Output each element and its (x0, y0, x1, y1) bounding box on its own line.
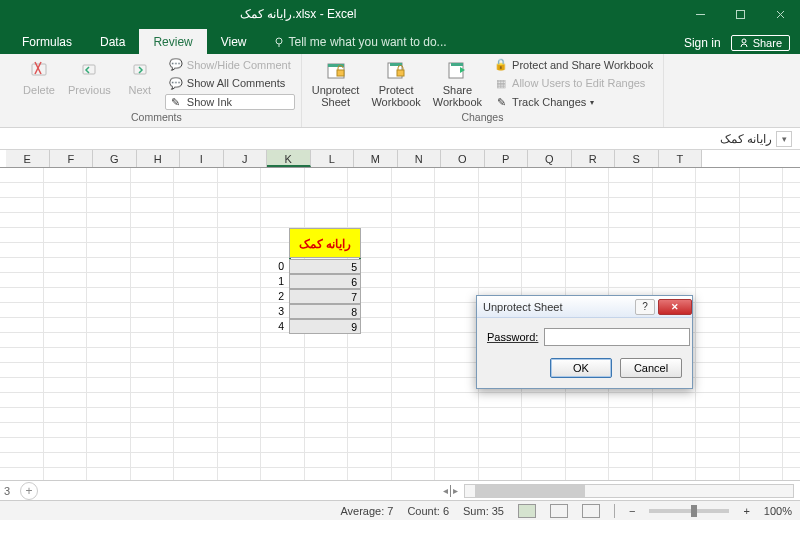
share-label: Share (753, 37, 782, 49)
sheet-nav[interactable]: ◂ ▸ (443, 485, 458, 497)
col-header[interactable]: K (267, 150, 311, 167)
tell-me-label: Tell me what you want to do... (289, 35, 447, 49)
col-header[interactable]: L (311, 150, 355, 167)
data-cell[interactable]: 8 (289, 304, 361, 319)
protect-workbook-button[interactable]: Protect Workbook (367, 56, 424, 111)
col-header[interactable]: H (137, 150, 181, 167)
password-input[interactable] (544, 328, 690, 346)
close-button[interactable] (760, 0, 800, 28)
normal-view-button[interactable] (518, 504, 536, 518)
index-cell: 3 (260, 304, 284, 318)
next-comment-button[interactable]: Next (119, 56, 161, 111)
status-bar: Average: 7 Count: 6 Sum: 35 − + 100% (0, 500, 800, 520)
sign-in-link[interactable]: Sign in (684, 36, 721, 50)
index-cell: 2 (260, 289, 284, 303)
col-header[interactable]: T (659, 150, 703, 167)
previous-icon (77, 58, 101, 82)
svg-rect-14 (337, 70, 344, 76)
worksheet-grid[interactable]: E F G H I J K L M N O P Q R S T رایانه ک… (0, 150, 800, 480)
data-cell[interactable]: 5 (289, 259, 361, 274)
status-average: Average: 7 (340, 505, 393, 517)
show-all-comments-button[interactable]: 💬 Show All Comments (165, 75, 295, 91)
window-title: رایانه کمک.xlsx - Excel (240, 7, 356, 21)
zoom-slider[interactable] (649, 509, 729, 513)
show-hide-comment-button[interactable]: 💬 Show/Hide Comment (165, 57, 295, 73)
unprotect-icon (324, 58, 348, 82)
col-header[interactable]: J (224, 150, 268, 167)
col-header[interactable]: N (398, 150, 442, 167)
tab-review[interactable]: Review (139, 29, 206, 54)
ink-icon: ✎ (169, 95, 183, 109)
sheet-tab-bar: 3 + ◂ ▸ (0, 480, 800, 500)
title-bar: رایانه کمک.xlsx - Excel (0, 0, 800, 28)
page-break-view-button[interactable] (582, 504, 600, 518)
tab-data[interactable]: Data (86, 29, 139, 54)
share-button[interactable]: Share (731, 35, 790, 51)
zoom-in-button[interactable]: + (743, 505, 749, 517)
index-cell: 0 (260, 259, 284, 273)
protect-share-workbook-button[interactable]: 🔒 Protect and Share Workbook (490, 57, 657, 73)
next-icon (128, 58, 152, 82)
previous-comment-button[interactable]: Previous (64, 56, 115, 111)
index-cell: 4 (260, 319, 284, 333)
ribbon: Delete Previous Next 💬 Show/Hide Comment… (0, 54, 800, 128)
col-header[interactable]: P (485, 150, 529, 167)
comments-group-label: Comments (18, 111, 295, 125)
col-header[interactable]: S (615, 150, 659, 167)
share-icon (739, 38, 749, 48)
index-cell: 1 (260, 274, 284, 288)
zoom-out-button[interactable]: − (629, 505, 635, 517)
dialog-close-button[interactable]: ✕ (658, 299, 692, 315)
zoom-level[interactable]: 100% (764, 505, 792, 517)
dialog-help-button[interactable]: ? (635, 299, 655, 315)
ribbon-tabs: Formulas Data Review View Tell me what y… (0, 28, 800, 54)
formula-expand-button[interactable]: ▾ (776, 131, 792, 147)
show-ink-button[interactable]: ✎ Show Ink (165, 94, 295, 110)
delete-icon (27, 58, 51, 82)
horizontal-scrollbar[interactable] (464, 484, 794, 498)
formula-bar[interactable]: رایانه کمک ▾ (0, 128, 800, 150)
sheet-scroll-end: 3 (0, 485, 14, 497)
svg-point-6 (742, 39, 746, 43)
password-label: Password: (487, 331, 538, 343)
new-sheet-button[interactable]: + (20, 482, 38, 500)
col-header[interactable]: I (180, 150, 224, 167)
formula-text: رایانه کمک (720, 132, 772, 146)
lightbulb-icon (273, 36, 285, 48)
maximize-button[interactable] (720, 0, 760, 28)
dialog-ok-button[interactable]: OK (550, 358, 612, 378)
tab-view[interactable]: View (207, 29, 261, 54)
protect-workbook-icon (384, 58, 408, 82)
delete-comment-button[interactable]: Delete (18, 56, 60, 111)
data-cell[interactable]: 9 (289, 319, 361, 334)
tab-formulas[interactable]: Formulas (8, 29, 86, 54)
dialog-cancel-button[interactable]: Cancel (620, 358, 682, 378)
unprotect-sheet-button[interactable]: Unprotect Sheet (308, 56, 364, 111)
col-header[interactable]: E (6, 150, 50, 167)
table-header-cell[interactable]: رایانه کمک (289, 228, 361, 258)
col-header[interactable]: Q (528, 150, 572, 167)
minimize-button[interactable] (680, 0, 720, 28)
col-header[interactable]: G (93, 150, 137, 167)
track-changes-button[interactable]: ✎ Track Changes ▾ (490, 94, 657, 110)
col-header[interactable]: M (354, 150, 398, 167)
page-layout-view-button[interactable] (550, 504, 568, 518)
allow-edit-icon: ▦ (494, 76, 508, 90)
data-cell[interactable]: 7 (289, 289, 361, 304)
status-count: Count: 6 (407, 505, 449, 517)
comments-icon: 💬 (169, 76, 183, 90)
col-header[interactable]: F (50, 150, 94, 167)
comment-icon: 💬 (169, 58, 183, 72)
dialog-titlebar[interactable]: Unprotect Sheet ? ✕ (477, 296, 692, 318)
share-workbook-button[interactable]: Share Workbook (429, 56, 486, 111)
track-changes-icon: ✎ (494, 95, 508, 109)
col-header[interactable]: R (572, 150, 616, 167)
svg-rect-1 (736, 10, 744, 18)
column-headers: E F G H I J K L M N O P Q R S T (0, 150, 800, 168)
allow-users-edit-button[interactable]: ▦ Allow Users to Edit Ranges (490, 75, 657, 91)
tell-me-search[interactable]: Tell me what you want to do... (261, 35, 459, 54)
data-cell[interactable]: 6 (289, 274, 361, 289)
col-header[interactable]: O (441, 150, 485, 167)
ribbon-group-left (0, 54, 12, 127)
ribbon-group-comments: Delete Previous Next 💬 Show/Hide Comment… (12, 54, 302, 127)
